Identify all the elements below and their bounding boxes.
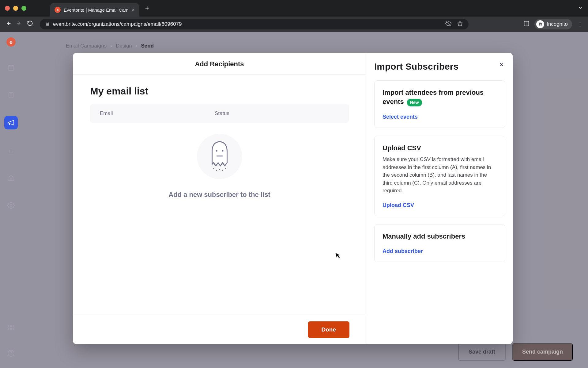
url-bar[interactable]: eventbrite.com/organizations/campaigns/e… — [40, 19, 469, 29]
nav-reload-icon[interactable] — [27, 20, 33, 28]
tabstrip-chevron-icon[interactable] — [578, 5, 583, 12]
browser-menu-icon[interactable]: ⋮ — [577, 21, 583, 28]
svg-point-23 — [11, 355, 11, 355]
svg-rect-3 — [524, 21, 529, 26]
add-subscriber-link[interactable]: Add subscriber — [383, 248, 423, 255]
url-bar-row: eventbrite.com/organizations/campaigns/e… — [0, 17, 588, 32]
left-rail: e — [0, 32, 22, 368]
rail-apps-icon[interactable] — [4, 321, 18, 334]
nav-forward-icon[interactable] — [16, 20, 23, 29]
svg-point-30 — [222, 170, 223, 171]
rail-help-icon[interactable] — [4, 347, 18, 360]
new-tab-button[interactable]: + — [141, 2, 153, 15]
crumb-sep: › — [136, 43, 138, 49]
svg-point-25 — [222, 150, 223, 151]
crumb-email-campaigns[interactable]: Email Campaigns — [66, 43, 107, 49]
svg-point-6 — [541, 24, 542, 26]
rail-settings-icon[interactable] — [4, 199, 18, 212]
card-manual-add: Manually add subscribers Add subscriber — [374, 224, 505, 263]
incognito-badge[interactable]: Incognito — [534, 19, 572, 29]
tab-close-icon[interactable]: × — [132, 7, 135, 13]
svg-marker-2 — [458, 21, 463, 26]
empty-state-text: Add a new subscriber to the list — [168, 191, 270, 199]
incognito-label: Incognito — [547, 21, 568, 27]
badge-new: New — [407, 99, 422, 106]
empty-state: Add a new subscriber to the list — [90, 134, 349, 199]
card-import-title: Import attendees from previous events Ne… — [383, 88, 497, 106]
browser-tabs: e Eventbrite | Manage Email Cam × + — [50, 0, 153, 17]
traffic-lights — [5, 6, 26, 11]
svg-point-31 — [225, 168, 226, 169]
crumb-sep: › — [110, 43, 112, 49]
svg-rect-21 — [12, 328, 13, 330]
import-title: Import Subscribers — [374, 61, 505, 72]
send-campaign-button[interactable]: Send campaign — [512, 343, 573, 361]
crumb-send: Send — [141, 43, 154, 49]
add-recipients-modal: Add Recipients My email list Email Statu… — [73, 53, 513, 344]
window-close[interactable] — [5, 6, 10, 11]
svg-point-27 — [213, 168, 214, 169]
table-header: Email Status — [90, 104, 349, 123]
rail-finance-icon[interactable] — [4, 171, 18, 185]
rail-calendar-icon[interactable] — [4, 61, 18, 74]
select-events-link[interactable]: Select events — [383, 114, 418, 120]
browser-titlebar: e Eventbrite | Manage Email Cam × + — [0, 0, 588, 17]
svg-point-29 — [219, 169, 220, 170]
svg-point-24 — [216, 150, 217, 151]
url-text: eventbrite.com/organizations/campaigns/e… — [53, 21, 182, 27]
th-email: Email — [100, 110, 215, 117]
nav-back-icon[interactable] — [5, 20, 12, 29]
close-icon[interactable]: × — [499, 60, 503, 69]
list-title: My email list — [90, 86, 349, 97]
page: e Email Campaigns › Des — [0, 32, 588, 368]
done-button[interactable]: Done — [308, 321, 350, 338]
rail-marketing-icon[interactable] — [4, 116, 18, 129]
brand-logo-icon[interactable]: e — [6, 37, 16, 47]
modal-title: Add Recipients — [73, 53, 366, 75]
incognito-icon — [536, 20, 544, 28]
upload-csv-link[interactable]: Upload CSV — [383, 202, 414, 209]
browser-tab-active[interactable]: e Eventbrite | Manage Email Cam × — [50, 3, 139, 17]
breadcrumb: Email Campaigns › Design › Send — [66, 43, 154, 49]
favicon-icon: e — [55, 7, 61, 13]
modal-footer: Done — [73, 315, 366, 344]
svg-rect-18 — [9, 325, 10, 327]
import-sidebar: × Import Subscribers Import attendees fr… — [366, 53, 513, 344]
svg-rect-19 — [12, 325, 13, 327]
window-maximize[interactable] — [21, 6, 26, 11]
tab-title: Eventbrite | Manage Email Cam — [64, 7, 129, 13]
modal-main: Add Recipients My email list Email Statu… — [73, 53, 366, 344]
crumb-design[interactable]: Design — [116, 43, 132, 49]
svg-point-5 — [539, 24, 540, 26]
card-upload-csv: Upload CSV Make sure your CSV is formatt… — [374, 136, 505, 216]
card-import-attendees: Import attendees from previous events Ne… — [374, 80, 505, 128]
page-actions: Save draft Send campaign — [458, 343, 573, 361]
svg-point-17 — [10, 205, 12, 206]
rail-orders-icon[interactable] — [4, 88, 18, 102]
card-csv-desc: Make sure your CSV is formatted with ema… — [383, 155, 497, 195]
ghost-icon — [197, 134, 242, 179]
card-csv-title: Upload CSV — [383, 144, 497, 153]
svg-rect-20 — [9, 328, 10, 330]
rail-reports-icon[interactable] — [4, 144, 18, 157]
svg-rect-7 — [8, 65, 14, 70]
window-minimize[interactable] — [13, 6, 18, 11]
eye-off-icon[interactable] — [445, 21, 451, 28]
th-status: Status — [215, 110, 339, 117]
save-draft-button[interactable]: Save draft — [458, 343, 506, 361]
panel-icon[interactable] — [523, 21, 530, 28]
lock-icon — [45, 21, 50, 27]
card-manual-title: Manually add subscribers — [383, 232, 497, 241]
svg-point-28 — [216, 170, 217, 171]
star-icon[interactable] — [457, 21, 463, 28]
